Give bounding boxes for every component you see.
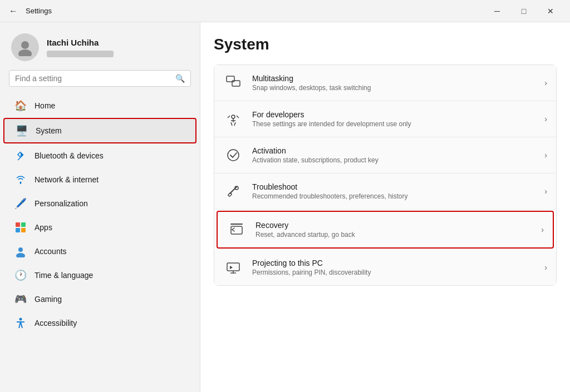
close-button[interactable]: ✕ xyxy=(538,2,563,20)
accessibility-icon xyxy=(14,317,27,329)
sidebar-item-system-wrap: 🖥️ System 1 xyxy=(3,118,196,143)
svg-rect-27 xyxy=(227,263,239,271)
sidebar-item-label: Personalization xyxy=(35,199,88,208)
chevron-icon: › xyxy=(544,263,547,272)
sidebar-item-label: Accounts xyxy=(35,247,67,256)
page-title: System xyxy=(214,36,557,53)
setting-recovery-text: Recovery Reset, advanced startup, go bac… xyxy=(255,221,532,239)
svg-point-2 xyxy=(20,182,22,183)
chevron-icon: › xyxy=(544,151,547,160)
title-bar: ← Settings ─ □ ✕ xyxy=(0,0,570,22)
gaming-icon: 🎮 xyxy=(14,293,27,305)
sidebar-item-label: Home xyxy=(35,101,55,110)
maximize-button[interactable]: □ xyxy=(511,2,537,20)
sidebar-item-network[interactable]: Network & internet xyxy=(3,168,196,191)
setting-desc: Snap windows, desktops, task switching xyxy=(252,84,535,92)
personalization-icon: 🖊️ xyxy=(14,197,27,210)
search-container: 🔍 xyxy=(0,70,200,93)
setting-title: Multitasking xyxy=(252,74,535,83)
svg-point-7 xyxy=(18,247,23,252)
setting-multitasking[interactable]: Multitasking Snap windows, desktops, tas… xyxy=(214,65,556,101)
chevron-icon: › xyxy=(544,78,547,87)
search-input[interactable] xyxy=(15,74,171,83)
accounts-icon xyxy=(14,245,27,257)
chevron-icon: › xyxy=(541,225,544,234)
setting-activation-text: Activation Activation state, subscriptio… xyxy=(252,146,535,164)
user-info: Itachi Uchiha xyxy=(47,38,114,57)
setting-title: Troubleshoot xyxy=(252,182,535,191)
search-icon: 🔍 xyxy=(175,74,185,83)
minimize-button[interactable]: ─ xyxy=(484,2,510,20)
sidebar: Itachi Uchiha 🔍 🏠 Home 🖥️ System xyxy=(0,22,200,392)
sidebar-item-label: Bluetooth & devices xyxy=(35,151,104,160)
sidebar-item-system[interactable]: 🖥️ System xyxy=(3,118,196,143)
window-controls: ─ □ ✕ xyxy=(484,2,563,20)
svg-rect-6 xyxy=(21,228,26,232)
app-title: Settings xyxy=(26,7,52,15)
svg-point-8 xyxy=(16,253,25,257)
app-body: Itachi Uchiha 🔍 🏠 Home 🖥️ System xyxy=(0,22,570,392)
sidebar-item-bluetooth[interactable]: Bluetooth & devices xyxy=(3,144,196,167)
search-box[interactable]: 🔍 xyxy=(9,70,191,87)
svg-line-12 xyxy=(21,322,22,328)
setting-desc: Reset, advanced startup, go back xyxy=(255,231,532,239)
svg-point-22 xyxy=(228,150,239,161)
projecting-icon xyxy=(223,257,243,277)
activation-icon xyxy=(223,145,243,165)
svg-rect-23 xyxy=(228,192,232,196)
setting-recovery[interactable]: Recovery Reset, advanced startup, go bac… xyxy=(217,211,554,249)
setting-developers-text: For developers These settings are intend… xyxy=(252,110,535,128)
sidebar-item-time[interactable]: 🕐 Time & language xyxy=(3,264,196,287)
sidebar-item-label: Apps xyxy=(35,223,52,232)
nav-list: 🏠 Home 🖥️ System 1 xyxy=(0,93,200,335)
network-icon xyxy=(14,173,27,186)
setting-troubleshoot-text: Troubleshoot Recommended troubleshooters… xyxy=(252,182,535,200)
avatar xyxy=(11,33,39,61)
recovery-icon xyxy=(227,220,247,240)
setting-title: Activation xyxy=(252,146,535,155)
back-button[interactable]: ← xyxy=(7,4,20,18)
sidebar-item-label: System xyxy=(36,126,62,135)
svg-point-0 xyxy=(21,41,29,49)
svg-line-18 xyxy=(231,122,232,126)
sidebar-item-label: Time & language xyxy=(35,271,93,280)
svg-point-15 xyxy=(232,115,235,118)
setting-desc: These settings are intended for developm… xyxy=(252,120,535,128)
svg-line-19 xyxy=(234,122,235,126)
title-bar-left: ← Settings xyxy=(7,4,52,18)
setting-title: Recovery xyxy=(255,221,532,230)
sidebar-item-label: Network & internet xyxy=(35,175,99,184)
sidebar-item-accessibility[interactable]: Accessibility xyxy=(3,311,196,335)
setting-projecting[interactable]: Projecting to this PC Permissions, pairi… xyxy=(214,250,556,285)
svg-line-21 xyxy=(237,116,239,118)
svg-point-1 xyxy=(18,49,32,56)
svg-point-9 xyxy=(19,318,22,321)
setting-multitasking-text: Multitasking Snap windows, desktops, tas… xyxy=(252,74,535,92)
setting-activation[interactable]: Activation Activation state, subscriptio… xyxy=(214,137,556,173)
troubleshoot-icon xyxy=(223,181,243,201)
settings-list: Multitasking Snap windows, desktops, tas… xyxy=(214,64,557,286)
user-profile[interactable]: Itachi Uchiha xyxy=(0,22,200,70)
sidebar-item-home[interactable]: 🏠 Home xyxy=(3,94,196,117)
sidebar-item-accounts[interactable]: Accounts xyxy=(3,240,196,263)
time-icon: 🕐 xyxy=(14,269,27,281)
setting-title: Projecting to this PC xyxy=(252,259,535,267)
svg-rect-4 xyxy=(21,222,26,227)
svg-line-20 xyxy=(228,116,230,118)
chevron-icon: › xyxy=(544,187,547,196)
bluetooth-icon xyxy=(14,150,27,162)
apps-icon xyxy=(14,221,27,234)
sidebar-item-apps[interactable]: Apps xyxy=(3,216,196,239)
setting-desc: Activation state, subscriptions, product… xyxy=(252,156,535,164)
setting-desc: Recommended troubleshooters, preferences… xyxy=(252,192,535,200)
sidebar-item-label: Accessibility xyxy=(35,319,77,328)
setting-developers[interactable]: For developers These settings are intend… xyxy=(214,101,556,137)
setting-troubleshoot[interactable]: Troubleshoot Recommended troubleshooters… xyxy=(214,173,556,210)
sidebar-item-personalization[interactable]: 🖊️ Personalization xyxy=(3,192,196,215)
sidebar-item-gaming[interactable]: 🎮 Gaming xyxy=(3,287,196,311)
setting-projecting-text: Projecting to this PC Permissions, pairi… xyxy=(252,259,535,276)
chevron-icon: › xyxy=(544,115,547,123)
svg-rect-3 xyxy=(16,222,20,227)
sidebar-item-label: Gaming xyxy=(35,295,62,304)
developers-icon xyxy=(223,109,243,129)
